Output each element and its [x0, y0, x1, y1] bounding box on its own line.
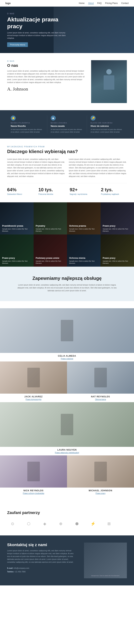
team-name-celia: CELIA ALMEDA: [4, 355, 130, 357]
service-content-8: Prawo pracy Sample text. Click to select…: [103, 257, 132, 264]
service-bg-6: Podstawy prawa umów Sample text. Click t…: [34, 234, 67, 267]
team-role-laura: Prawo własności intelektualnej: [4, 452, 130, 454]
nav-about[interactable]: About: [88, 2, 94, 5]
nav-pricing[interactable]: Pricing Plans: [105, 2, 118, 4]
hero-section: O NAS Aktualizacje prawa pracy Lorem ips…: [0, 6, 134, 53]
phone-label: Telefon:: [7, 571, 14, 573]
team-img-nick: [0, 456, 67, 488]
contact-info: E-mail: info@company.com Telefon: +21 45…: [7, 566, 77, 574]
team-card-michael[interactable]: MICHAEL JOHNSON Prawo pracy: [67, 456, 134, 496]
team-card-jack[interactable]: JACK ALVAREZ Prawo korporacyjne: [0, 362, 67, 402]
service-text-2: Sample text. Click to select the Text El…: [36, 228, 65, 232]
team-name-michael: MICHAEL JOHNSON: [70, 489, 130, 492]
team-img-jack: [0, 362, 67, 394]
stats-row: 64% Zadowoleni Klienci 10 tys. Polecenia…: [7, 183, 127, 195]
partners-logos: ⊙ ⬡ ◈ ⊕ ⬢ ⚡ ⊞: [7, 519, 127, 528]
why-section: WYJAŚNIENIE PRAWNYCH PRAW Dlaczego klien…: [0, 138, 134, 202]
service-title-5: Prawo pracy: [2, 257, 32, 259]
service-text-3: Sample text. Click to select the Text El…: [69, 228, 98, 232]
person-head: [106, 69, 112, 74]
stat-num-1: 64%: [7, 187, 33, 192]
phone-value: +21 456-7890: [14, 571, 26, 573]
team-name-jack: JACK ALVAREZ: [4, 396, 64, 398]
team-info-nat: NAT REYNOLDS Obrona karna: [67, 394, 134, 402]
philosophy-title-1: Nasza filozofia: [11, 125, 44, 127]
why-col-1: Lorem ipsum dolor sit amet, consetetur s…: [7, 158, 65, 178]
philosophy-icon-1: ⭐: [11, 116, 16, 120]
service-card-2[interactable]: Prywatny Sample text. Click to select th…: [34, 202, 67, 234]
service-card-7[interactable]: Ochrona mienia Sample text. Click to sel…: [67, 234, 100, 267]
service-text-7: Sample text. Click to select the Text El…: [69, 260, 98, 264]
contact-sample-text: Sample text. Click to select the Text El…: [91, 575, 120, 576]
team-card-nat[interactable]: NAT REYNOLDS Obrona karna: [67, 362, 134, 402]
nav-contact[interactable]: Contact: [121, 2, 129, 4]
stat-2: 10 tys. Polecenia klientów: [38, 187, 64, 195]
hero-content: O NAS Aktualizacje prawa pracy Lorem ips…: [0, 7, 75, 52]
philosophy-text-1: At vero eos et accusam et justo duo dolo…: [11, 128, 44, 133]
stat-3: 92+ Nagrody i wyróżnienia: [70, 187, 96, 195]
service-card-4[interactable]: Prawo pracy Sample text. Click to select…: [100, 202, 134, 234]
about-body: Lorem ipsum dolor sit amet, consetetur s…: [7, 70, 86, 84]
service-bg-4: Prawo pracy Sample text. Click to select…: [100, 202, 134, 234]
service-text-1: Sample text. Click to select the Text El…: [2, 228, 32, 232]
service-content-6: Podstawy prawa umów Sample text. Click t…: [36, 257, 65, 264]
team-row-4: NICK REYNOLDS Prawo ochrony środowiska M…: [0, 456, 134, 496]
philosophy-item-2: ◆ NASZA ZASADA Nasza zasada At vero eos …: [47, 116, 87, 133]
why-title: Dlaczego klienci wybierają nas?: [7, 149, 127, 154]
service-content-2: Prywatny Sample text. Click to select th…: [36, 225, 65, 232]
stat-4: 2 tys. Przykładowy nagłówek: [101, 187, 127, 195]
team-info-michael: MICHAEL JOHNSON Prawo pracy: [67, 488, 134, 496]
team-info-laura: LAURA NGUYEN Prawo własności intelektual…: [0, 447, 134, 456]
service-text-5: Sample text. Click to select the Text El…: [2, 260, 32, 264]
stat-label-1: Zadowoleni Klienci: [7, 193, 33, 195]
service-text-8: Sample text. Click to select the Text El…: [103, 260, 132, 264]
service-text-4: Sample text. Click to select the Text El…: [103, 228, 132, 232]
service-content-7: Ochrona mienia Sample text. Click to sel…: [69, 257, 98, 264]
service-card-6[interactable]: Podstawy prawa umów Sample text. Click t…: [34, 234, 67, 267]
hero-button[interactable]: Przeczytaj więcej: [7, 42, 28, 47]
stat-num-3: 92+: [70, 187, 96, 192]
team-role-celia: Prawo rodzinne: [4, 358, 130, 360]
team-role-michael: Prawo pracy: [70, 492, 130, 494]
team-card-nick[interactable]: NICK REYNOLDS Prawo ochrony środowiska: [0, 456, 67, 496]
partners-title: Zaufani partnerzy: [7, 510, 127, 515]
philosophy-label-3: KLUCZ DO SUKCESU: [90, 122, 123, 124]
team-card-laura[interactable]: LAURA NGUYEN Prawo własności intelektual…: [0, 402, 134, 456]
philosophy-icon-2: ◆: [51, 116, 56, 120]
service-card-3[interactable]: Ochrona prawna Sample text. Click to sel…: [67, 202, 100, 234]
team-row-3: LAURA NGUYEN Prawo własności intelektual…: [0, 402, 134, 456]
contact-section: Skontaktuj się z nami Lorem ipsum dolor …: [0, 536, 134, 586]
service-title-8: Prawo pracy: [103, 257, 132, 259]
partner-logo-1: ⊙: [7, 519, 18, 528]
team-info-jack: JACK ALVAREZ Prawo korporacyjne: [0, 394, 67, 402]
team-row-2: JACK ALVAREZ Prawo korporacyjne NAT REYN…: [0, 362, 134, 402]
service-card-8[interactable]: Prawo pracy Sample text. Click to select…: [100, 234, 134, 267]
about-section: O nas O nas Lorem ipsum dolor sit amet, …: [0, 53, 134, 110]
philosophy-title-2: Nasza zasada: [51, 125, 84, 127]
philosophy-item-3: 🔑 KLUCZ DO SUKCESU Klucz do sukcesu At v…: [87, 116, 127, 133]
partner-logo-5: ⬢: [72, 519, 82, 528]
team-img-michael: [67, 456, 134, 488]
nav-home[interactable]: Home: [79, 2, 84, 4]
about-label: O nas: [7, 60, 86, 62]
hero-title: Aktualizacje prawa pracy: [7, 16, 68, 30]
nav-faq[interactable]: FAQ: [97, 2, 102, 4]
team-card-celia[interactable]: CELIA ALMEDA Prawo rodzinne: [0, 308, 134, 362]
person-body: [104, 75, 114, 90]
stat-num-4: 2 tys.: [101, 187, 127, 192]
best-text: Lorem ipsum dolor sit amet, consetetur s…: [15, 284, 119, 292]
why-col-2: Lorem ipsum dolor sit amet, consetetur s…: [69, 158, 127, 178]
email-label: E-mail:: [7, 567, 13, 569]
best-title: Zapewniamy najlepszą obsługę: [7, 276, 127, 281]
partner-logo-3: ◈: [39, 519, 50, 528]
signature: A. Johnson: [7, 86, 86, 92]
service-card-1[interactable]: Prawidłowość prawa Sample text. Click to…: [0, 202, 34, 234]
contact-description: Lorem ipsum dolor sit amet, consetetur s…: [7, 549, 77, 564]
philosophy-text-2: At vero eos et accusam et justo duo dolo…: [51, 128, 84, 133]
contact-email-row: E-mail: info@company.com: [7, 566, 77, 570]
stat-1: 64% Zadowoleni Klienci: [7, 187, 33, 195]
service-bg-7: Ochrona mienia Sample text. Click to sel…: [67, 234, 100, 267]
team-role-nick: Prawo ochrony środowiska: [4, 492, 64, 494]
service-card-5[interactable]: Prawo pracy Sample text. Click to select…: [0, 234, 34, 267]
team-section: CELIA ALMEDA Prawo rodzinne JACK ALVAREZ…: [0, 301, 134, 503]
